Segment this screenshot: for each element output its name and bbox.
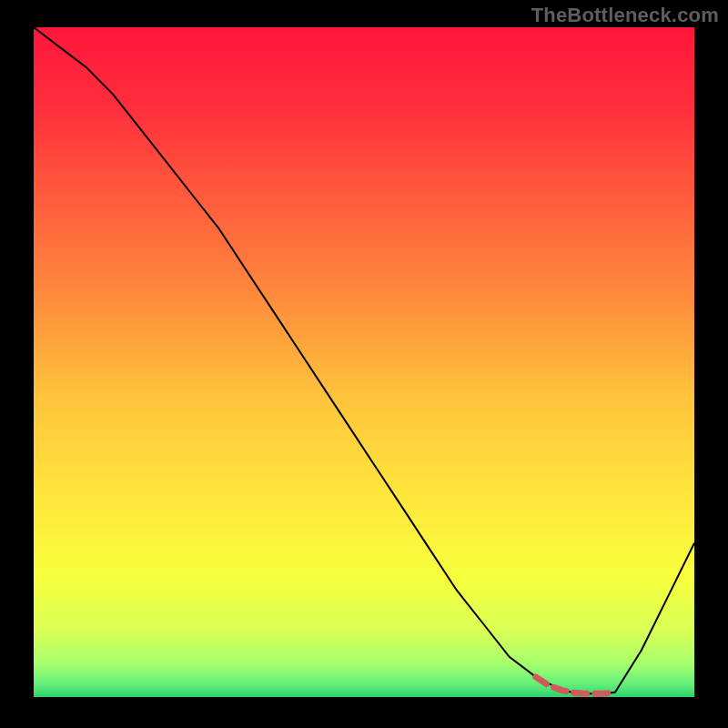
bottleneck-chart	[0, 0, 728, 728]
watermark-text: TheBottleneck.com	[531, 4, 719, 27]
plot-background	[34, 27, 694, 697]
